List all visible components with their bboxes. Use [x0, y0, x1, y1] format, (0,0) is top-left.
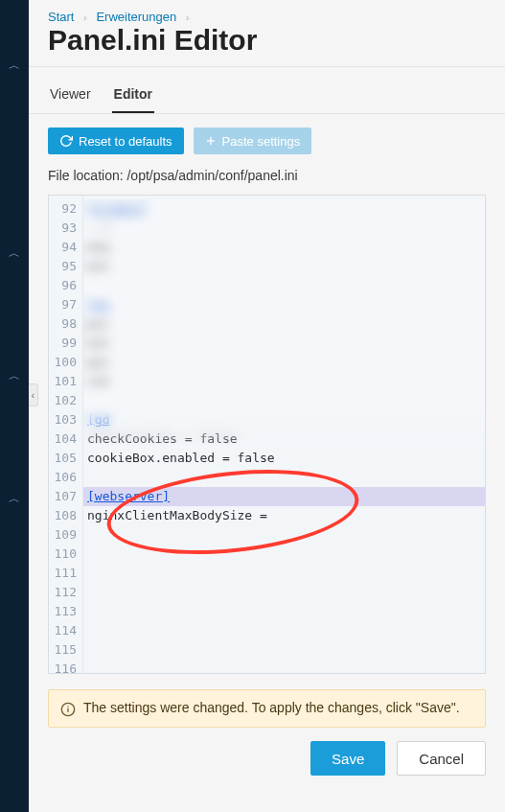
line-number: 114 [49, 621, 82, 640]
editor-gutter: 9293949596979899100101102103104105106107… [49, 196, 83, 673]
code-line[interactable] [83, 391, 485, 410]
line-number: 102 [49, 391, 82, 410]
line-number: 96 [49, 276, 82, 295]
code-line[interactable]: checkCookies = false [83, 429, 485, 449]
tab-editor[interactable]: Editor [112, 79, 154, 113]
chevron-left-icon: ‹ [32, 390, 34, 401]
code-line[interactable]: ; D [83, 219, 485, 238]
tab-viewer[interactable]: Viewer [48, 79, 93, 113]
info-icon [60, 702, 76, 717]
unsaved-changes-alert: The settings were changed. To apply the … [48, 689, 486, 728]
code-line[interactable] [83, 621, 485, 640]
code-line[interactable]: [gd [83, 410, 485, 429]
line-number: 106 [49, 468, 82, 487]
code-line[interactable] [83, 468, 485, 487]
rail-item-4[interactable]: ︿ [0, 487, 29, 510]
line-number: 98 [49, 314, 82, 334]
plus-icon [205, 135, 217, 147]
rail-collapse-toggle[interactable]: ‹ [29, 383, 38, 406]
line-number: 99 [49, 334, 82, 353]
line-number: 105 [49, 449, 82, 468]
button-label: Paste settings [222, 135, 301, 148]
line-number: 110 [49, 545, 82, 564]
code-line[interactable] [83, 640, 485, 660]
rail-item-1[interactable]: ︿ [0, 54, 29, 77]
line-number: 103 [49, 410, 82, 429]
code-line[interactable]: con [83, 372, 485, 391]
code-line[interactable]: nginxClientMaxBodySize = [83, 506, 485, 525]
breadcrumb-link[interactable]: Erweiterungen [96, 10, 176, 24]
line-number: 104 [49, 429, 82, 449]
refresh-icon [59, 134, 73, 148]
code-line[interactable]: pur [83, 314, 485, 334]
code-line[interactable] [83, 602, 485, 621]
chevron-right-icon: › [78, 12, 93, 23]
line-number: 93 [49, 219, 82, 238]
line-number: 92 [49, 199, 82, 219]
code-line[interactable] [83, 564, 485, 583]
chevron-up-icon: ︿ [9, 247, 20, 259]
line-number: 107 [49, 487, 82, 506]
line-number: 108 [49, 506, 82, 525]
code-line[interactable]: qui [83, 353, 485, 372]
form-actions: Save Cancel [29, 728, 505, 776]
code-line[interactable]: ena [83, 238, 485, 257]
breadcrumb: Start › Erweiterungen › [29, 0, 505, 24]
chevron-up-icon: ︿ [9, 59, 20, 71]
left-nav-rail: ︿ ︿ ︿ ︿ [0, 0, 29, 812]
toolbar: Reset to defaults Paste settings [29, 114, 505, 164]
line-number: 101 [49, 372, 82, 391]
file-location-text: File location: /opt/psa/admin/conf/panel… [29, 164, 505, 195]
rail-item-2[interactable]: ︿ [0, 242, 29, 265]
line-number: 112 [49, 583, 82, 602]
breadcrumb-link[interactable]: Start [48, 10, 74, 24]
code-line[interactable]: cookieBox.enabled = false [83, 449, 485, 468]
alert-text: The settings were changed. To apply the … [83, 700, 460, 715]
line-number: 100 [49, 353, 82, 372]
code-line[interactable]: ext [83, 257, 485, 276]
chevron-up-icon: ︿ [9, 370, 20, 382]
line-number: 95 [49, 257, 82, 276]
code-line[interactable]: [webserver] [83, 487, 485, 506]
rail-item-3[interactable]: ︿ [0, 364, 29, 387]
code-line[interactable]: ext [83, 334, 485, 353]
line-number: 115 [49, 640, 82, 660]
chevron-up-icon: ︿ [9, 493, 20, 504]
code-line[interactable] [83, 525, 485, 545]
line-number: 111 [49, 564, 82, 583]
line-number: 94 [49, 238, 82, 257]
page-title: Panel.ini Editor [29, 24, 505, 66]
button-label: Reset to defaults [79, 135, 172, 148]
code-line[interactable]: [promos] [83, 199, 485, 219]
code-line[interactable]: [ex [83, 295, 485, 314]
line-number: 97 [49, 295, 82, 314]
save-button[interactable]: Save [310, 741, 385, 776]
paste-settings-button[interactable]: Paste settings [194, 128, 312, 154]
main-panel: Start › Erweiterungen › Panel.ini Editor… [29, 0, 505, 812]
reset-to-defaults-button[interactable]: Reset to defaults [48, 128, 184, 154]
line-number: 116 [49, 660, 82, 674]
chevron-right-icon: › [180, 12, 195, 23]
code-line[interactable] [83, 276, 485, 295]
line-number: 113 [49, 602, 82, 621]
code-line[interactable] [83, 545, 485, 564]
cancel-button[interactable]: Cancel [397, 741, 486, 776]
code-line[interactable] [83, 660, 485, 674]
code-editor[interactable]: 9293949596979899100101102103104105106107… [48, 195, 486, 674]
tabs: Viewer Editor [29, 67, 505, 114]
code-line[interactable] [83, 583, 485, 602]
editor-code-area[interactable]: [promos]; Denaext[expurextquicon[gdcheck… [83, 196, 485, 673]
svg-point-4 [67, 706, 68, 707]
line-number: 109 [49, 525, 82, 545]
